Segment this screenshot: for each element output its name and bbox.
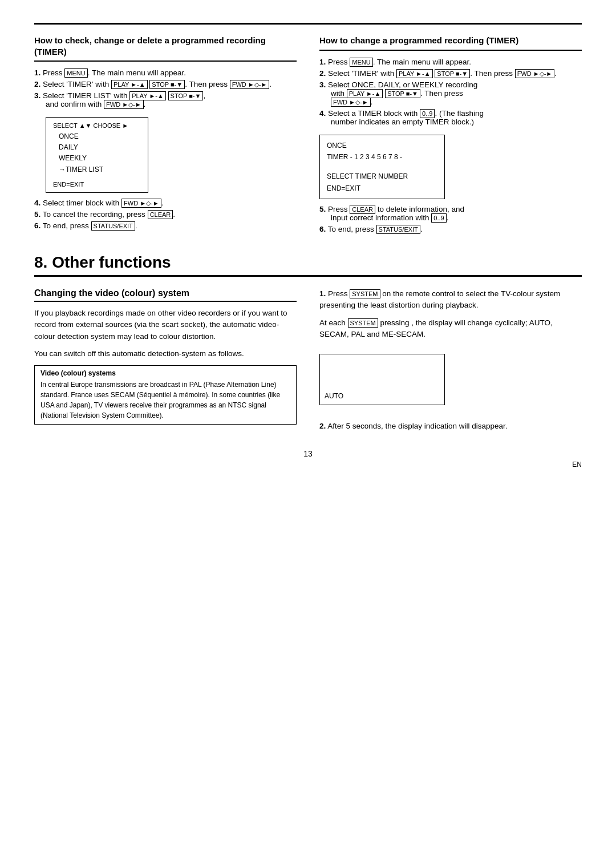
right-steps: 1. Press MENU. The main menu will appear… bbox=[319, 58, 582, 234]
s8-info-box: Video (colour) systems In central Europe… bbox=[34, 365, 297, 425]
menu-items: ONCE DAILY WEEKLY →TIMER LIST bbox=[53, 131, 141, 175]
s8-auto-label: AUTO bbox=[325, 392, 343, 400]
s8-body-1: If you playback recordings made on other… bbox=[34, 308, 297, 342]
r-0-9-key-1: 0..9 bbox=[420, 109, 435, 118]
r-step-num-6: 6. bbox=[319, 225, 326, 233]
menu-item-timerlist: →TIMER LIST bbox=[59, 164, 141, 175]
right-section-title: How to change a programmed recording (TI… bbox=[319, 35, 582, 51]
r-step-4: 4. Select a TIMER block with 0..9. (The … bbox=[319, 109, 582, 126]
step-num-5: 5. bbox=[34, 210, 40, 219]
stop-key-1: STOP ■-▼ bbox=[149, 80, 185, 89]
s8-left-subsection-title: Changing the video (colour) system bbox=[34, 288, 297, 302]
s8-r-step-num-1: 1. bbox=[319, 289, 326, 298]
step-num-1: 1. bbox=[34, 68, 40, 77]
clear-key-1: CLEAR bbox=[148, 210, 173, 219]
r-0-9-key-2: 0..9 bbox=[431, 213, 446, 223]
system-key-1: SYSTEM bbox=[350, 289, 380, 298]
r-fwd-key-1: FWD ►◇-► bbox=[515, 69, 555, 78]
stop-key-2: STOP ■-▼ bbox=[168, 91, 204, 100]
r-play-key-1: PLAY ►-▲ bbox=[396, 69, 433, 78]
section-8-title: 8. Other functions bbox=[34, 253, 582, 277]
r-step-3-cont: with PLAY ►-▲ STOP ■-▼. Then press bbox=[319, 89, 463, 98]
r-stop-key-1: STOP ■-▼ bbox=[435, 69, 470, 78]
step-num-6: 6. bbox=[34, 221, 40, 230]
menu-key-1: MENU bbox=[64, 68, 87, 78]
r-menu-key-1: MENU bbox=[350, 58, 372, 67]
step-3: 3. Select 'TIMER LIST' with PLAY ►-▲ STO… bbox=[34, 91, 297, 108]
timer-box-spacer bbox=[327, 163, 437, 171]
s8-body-2: You can switch off this automatic detect… bbox=[34, 348, 297, 360]
step-4: 4. Select timer block with FWD ►◇-►. bbox=[34, 199, 297, 207]
status-exit-key-1: STATUS/EXIT bbox=[91, 221, 135, 231]
r-clear-key-1: CLEAR bbox=[350, 205, 375, 214]
r-step-3-key: FWD ►◇-►. bbox=[319, 98, 372, 106]
timer-box-line4: SELECT TIMER NUMBER bbox=[327, 171, 437, 182]
r-status-exit-key-1: STATUS/EXIT bbox=[376, 225, 420, 234]
fwd-key-3: FWD ►◇-► bbox=[121, 199, 161, 208]
top-rule bbox=[34, 23, 582, 25]
r-step-4-cont: number indicates an empty TIMER block.) bbox=[319, 118, 474, 126]
s8-r-step-num-2: 2. bbox=[319, 422, 326, 430]
section-8-cols: Changing the video (colour) system If yo… bbox=[34, 288, 582, 432]
s8-right-col: 1. Press SYSTEM on the remote control to… bbox=[319, 288, 582, 432]
step-num-2: 2. bbox=[34, 80, 40, 88]
step-num-4: 4. bbox=[34, 199, 40, 207]
play-key-2: PLAY ►-▲ bbox=[129, 91, 166, 100]
left-steps: 1. Press MENU. The main menu will appear… bbox=[34, 68, 297, 230]
play-key-1: PLAY ►-▲ bbox=[111, 80, 148, 89]
page-number: 13 bbox=[34, 449, 582, 458]
r-step-6: 6. To end, press STATUS/EXIT. bbox=[319, 225, 582, 233]
section-8: 8. Other functions Changing the video (c… bbox=[34, 253, 582, 432]
menu-item-daily: DAILY bbox=[59, 142, 141, 153]
r-step-num-3: 3. bbox=[319, 80, 326, 89]
lang-tag: EN bbox=[34, 461, 582, 469]
r-step-5-cont: input correct information with 0..9. bbox=[319, 213, 448, 222]
system-key-2: SYSTEM bbox=[348, 318, 378, 328]
r-step-num-1: 1. bbox=[319, 58, 326, 66]
r-fwd-key-2: FWD ►◇-► bbox=[331, 98, 371, 107]
timer-box-line5: END=EXIT bbox=[327, 183, 437, 194]
r-step-2: 2. Select 'TIMER' with PLAY ►-▲ STOP ■-▼… bbox=[319, 69, 582, 78]
s8-info-title: Video (colour) systems bbox=[40, 369, 290, 377]
menu-header: SELECT ▲▼ CHOOSE ► bbox=[53, 122, 141, 129]
timer-box-line1: ONCE bbox=[327, 140, 437, 151]
right-column: How to change a programmed recording (TI… bbox=[319, 35, 582, 236]
step-num-3: 3. bbox=[34, 91, 40, 100]
menu-footer: END=EXIT bbox=[53, 181, 141, 188]
s8-r-step-1: 1. Press SYSTEM on the remote control to… bbox=[319, 288, 582, 312]
r-step-num-5: 5. bbox=[319, 205, 326, 213]
left-column: How to check, change or delete a program… bbox=[34, 35, 297, 236]
fwd-key-2: FWD ►◇-► bbox=[104, 100, 144, 109]
r-step-num-2: 2. bbox=[319, 69, 326, 78]
left-menu-box: SELECT ▲▼ CHOOSE ► ONCE DAILY WEEKLY →TI… bbox=[46, 117, 148, 193]
timer-sections: How to check, change or delete a program… bbox=[34, 35, 582, 236]
r-step-num-4: 4. bbox=[319, 109, 326, 118]
step-2: 2. Select 'TIMER' with PLAY ►-▲ STOP ■-▼… bbox=[34, 80, 297, 88]
fwd-key-1: FWD ►◇-► bbox=[230, 80, 270, 89]
r-play-key-2: PLAY ►-▲ bbox=[347, 89, 383, 98]
left-section-title: How to check, change or delete a program… bbox=[34, 35, 297, 62]
timer-box-line2: TIMER - 1 2 3 4 5 6 7 8 - bbox=[327, 151, 437, 163]
step-6: 6. To end, press STATUS/EXIT. bbox=[34, 221, 297, 230]
step-3-cont: and confirm with FWD ►◇-►. bbox=[34, 100, 145, 108]
menu-item-weekly: WEEKLY bbox=[59, 153, 141, 164]
r-stop-key-2: STOP ■-▼ bbox=[385, 89, 420, 98]
s8-display-box: AUTO bbox=[319, 354, 445, 405]
r-step-1: 1. Press MENU. The main menu will appear… bbox=[319, 58, 582, 66]
r-step-3: 3. Select ONCE, DAILY, or WEEKLY recordi… bbox=[319, 80, 582, 106]
step-1: 1. Press MENU. The main menu will appear… bbox=[34, 68, 297, 77]
step-5: 5. To cancel the recording, press CLEAR. bbox=[34, 210, 297, 219]
s8-left-col: Changing the video (colour) system If yo… bbox=[34, 288, 297, 432]
s8-r-step-2: 2. After 5 seconds, the display indicati… bbox=[319, 421, 582, 432]
s8-display-box-wrapper: AUTO bbox=[319, 346, 445, 415]
menu-item-once: ONCE bbox=[59, 131, 141, 142]
s8-r-body: At each SYSTEM pressing , the display wi… bbox=[319, 317, 582, 341]
s8-info-text: In central Europe transmissions are broa… bbox=[40, 379, 290, 421]
r-step-5: 5. Press CLEAR to delete information, an… bbox=[319, 205, 582, 222]
right-timer-box: ONCE TIMER - 1 2 3 4 5 6 7 8 - SELECT TI… bbox=[319, 135, 445, 200]
